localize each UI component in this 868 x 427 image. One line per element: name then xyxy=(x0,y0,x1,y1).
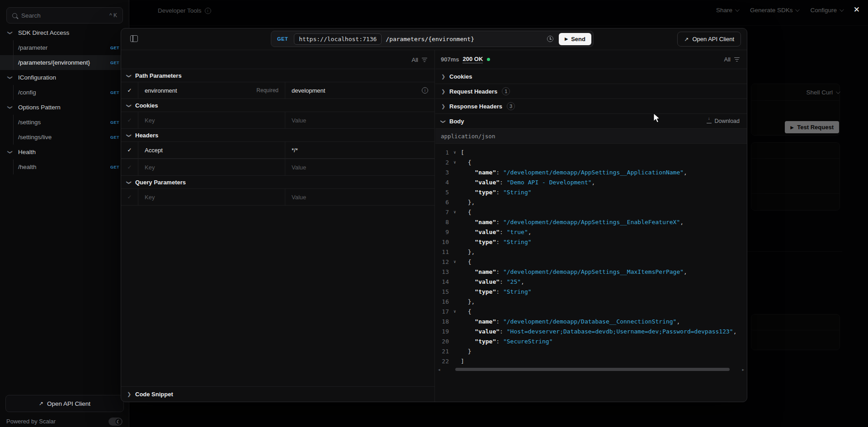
section-request-headers[interactable]: ❯ Request Headers 1 xyxy=(435,84,747,99)
history-icon[interactable] xyxy=(547,36,553,42)
line-number: 5 xyxy=(435,189,449,196)
chevron-down-icon: ❯ xyxy=(7,150,13,154)
request-filter-button[interactable]: All xyxy=(412,56,427,63)
header-key-input[interactable]: Key xyxy=(138,159,285,175)
response-status[interactable]: 200 OK xyxy=(462,56,483,63)
address-bar: GET https://localhost:7136 /parameters/{… xyxy=(271,31,594,47)
sidebar-item-health[interactable]: /healthGET xyxy=(0,160,129,174)
status-dot xyxy=(487,58,490,61)
sidebar-group-health[interactable]: ❯Health xyxy=(0,145,129,160)
code-text: } xyxy=(461,348,747,355)
search-input[interactable]: Search ^ K xyxy=(6,7,123,23)
response-body-code[interactable]: 1∨[2∨ {3 "name": "/development/demoapp/A… xyxy=(435,144,747,402)
header-value-input[interactable]: Value xyxy=(285,159,434,175)
count-badge: 1 xyxy=(502,87,510,95)
response-filter-button[interactable]: All xyxy=(724,56,740,63)
code-line-6: 6 }, xyxy=(435,197,747,207)
fold-chevron-icon[interactable]: ∨ xyxy=(449,210,461,214)
sidebar: Search ^ K ❯SDK Direct Access/parameterG… xyxy=(0,0,129,427)
sidebar-item-settings[interactable]: /settingsGET xyxy=(0,115,129,130)
code-text: "type": "String" xyxy=(461,239,747,245)
send-button[interactable]: ▶ Send xyxy=(559,33,591,45)
chevron-down-icon: ❯ xyxy=(440,119,446,123)
open-api-client-button[interactable]: ↗ Open API Client xyxy=(5,395,124,412)
code-line-9: 9 "value": "true", xyxy=(435,227,747,237)
code-text: "type": "SecureString" xyxy=(461,338,747,345)
sidebar-item-parameters-environment[interactable]: /parameters/{environment}GET xyxy=(0,55,129,70)
section-query-parameters[interactable]: ❯ Query Parameters xyxy=(121,176,434,188)
sidebar-item-settings-live[interactable]: /settings/liveGET xyxy=(0,130,129,145)
open-api-client-button[interactable]: ↗ Open API Client xyxy=(677,32,741,47)
code-text: { xyxy=(461,308,747,315)
sidebar-group-sdk-direct-access[interactable]: ❯SDK Direct Access xyxy=(0,25,129,40)
method-badge: GET xyxy=(110,90,119,95)
code-line-18: 18 "name": "/development/demoapp/Databas… xyxy=(435,316,747,326)
chevron-right-icon: ❯ xyxy=(441,74,445,80)
close-icon[interactable]: ✕ xyxy=(854,6,860,14)
line-number: 20 xyxy=(435,338,449,345)
line-number: 12 xyxy=(435,258,449,265)
scroll-right-icon[interactable]: ▸ xyxy=(742,367,744,372)
query-key-input[interactable]: Key xyxy=(138,189,285,205)
cookie-value-input[interactable]: Value xyxy=(285,112,434,128)
response-panel: 907ms 200 OK All ❯ Cookies ❯ Request Hea… xyxy=(435,50,747,402)
fold-chevron-icon[interactable]: ∨ xyxy=(449,309,461,314)
fold-chevron-icon[interactable]: ∨ xyxy=(449,259,461,264)
row-checkbox[interactable]: ✓ xyxy=(121,112,138,128)
chevron-down-icon: ❯ xyxy=(126,103,132,107)
code-line-12: 12∨ { xyxy=(435,257,747,267)
code-text: "name": "/development/demoapp/AppSetting… xyxy=(461,268,747,275)
scrollbar-thumb[interactable] xyxy=(455,368,730,371)
row-checkbox[interactable]: ✓ xyxy=(121,82,138,99)
sidebar-group-iconfiguration[interactable]: ❯IConfiguration xyxy=(0,70,129,85)
section-cookies[interactable]: ❯ Cookies xyxy=(121,99,434,112)
section-code-snippet[interactable]: ❯ Code Snippet xyxy=(121,386,434,402)
method-badge: GET xyxy=(110,165,119,169)
section-response-headers[interactable]: ❯ Response Headers 3 xyxy=(435,99,747,114)
method-badge: GET xyxy=(110,46,119,50)
base-url-field[interactable]: https://localhost:7136 xyxy=(294,33,382,45)
header-key[interactable]: Accept xyxy=(138,142,285,158)
modal-header: GET https://localhost:7136 /parameters/{… xyxy=(121,28,747,50)
code-text: }, xyxy=(461,199,747,206)
code-line-8: 8 "name": "/development/demoapp/AppSetti… xyxy=(435,217,747,227)
query-value-input[interactable]: Value xyxy=(285,189,434,205)
line-number: 3 xyxy=(435,169,449,176)
fold-chevron-icon[interactable]: ∨ xyxy=(449,160,461,164)
row-checkbox[interactable]: ✓ xyxy=(121,159,138,175)
info-icon[interactable]: i xyxy=(422,87,428,94)
row-checkbox[interactable]: ✓ xyxy=(121,142,138,158)
api-client-modal: GET https://localhost:7136 /parameters/{… xyxy=(121,28,747,402)
header-value[interactable]: */* xyxy=(285,142,434,158)
row-checkbox[interactable]: ✓ xyxy=(121,189,138,205)
fold-chevron-icon[interactable]: ∨ xyxy=(449,150,461,155)
code-text: "type": "String" xyxy=(461,288,747,295)
code-line-4: 4 "value": "Demo API - Development", xyxy=(435,177,747,187)
code-text: { xyxy=(461,159,747,166)
code-text: "name": "/development/demoapp/AppSetting… xyxy=(461,219,747,225)
line-number: 17 xyxy=(435,308,449,315)
path-field[interactable]: /parameters/{environment} xyxy=(386,36,547,42)
sidebar-item-config[interactable]: /configGET xyxy=(0,85,129,100)
section-body[interactable]: ❯ Body Download xyxy=(435,114,747,129)
line-number: 1 xyxy=(435,149,449,156)
param-key[interactable]: environment Required xyxy=(138,82,285,99)
method-badge: GET xyxy=(110,120,119,125)
chevron-down-icon: ❯ xyxy=(126,133,132,137)
code-line-5: 5 "type": "String" xyxy=(435,187,747,197)
sidebar-toggle-icon[interactable] xyxy=(130,35,138,42)
line-number: 18 xyxy=(435,318,449,325)
section-path-parameters[interactable]: ❯ Path Parameters xyxy=(121,69,434,82)
line-number: 15 xyxy=(435,288,449,295)
line-number: 14 xyxy=(435,278,449,285)
download-button[interactable]: Download xyxy=(707,118,740,124)
scroll-left-icon[interactable]: ◂ xyxy=(438,367,440,372)
sidebar-group-options-pattern[interactable]: ❯Options Pattern xyxy=(0,100,129,115)
cookie-key-input[interactable]: Key xyxy=(138,112,285,128)
sidebar-item-parameter[interactable]: /parameterGET xyxy=(0,40,129,55)
dark-mode-toggle[interactable]: ☾ xyxy=(108,418,123,426)
horizontal-scrollbar[interactable]: ◂ ▸ xyxy=(438,367,744,371)
section-response-cookies[interactable]: ❯ Cookies xyxy=(435,69,747,84)
param-value[interactable]: development i xyxy=(285,82,434,99)
section-headers[interactable]: ❯ Headers xyxy=(121,129,434,141)
